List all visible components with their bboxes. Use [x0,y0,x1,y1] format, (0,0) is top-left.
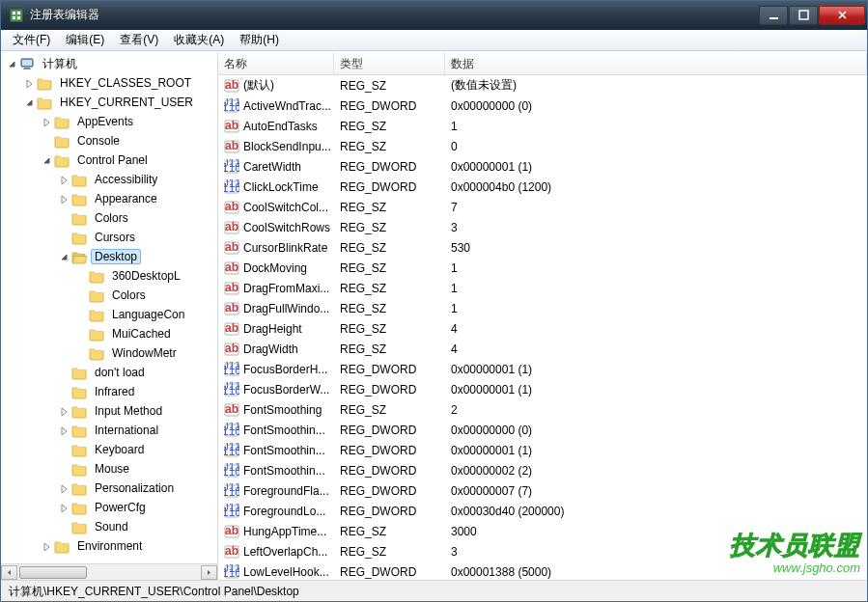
value-row[interactable]: HungAppTime...REG_SZ3000 [218,521,867,541]
folder-icon [71,403,87,419]
menu-item[interactable]: 编辑(E) [58,30,112,50]
value-row[interactable]: (默认)REG_SZ(数值未设置) [218,75,867,96]
value-row[interactable]: CoolSwitchCol...REG_SZ7 [218,197,867,217]
tree-node[interactable]: Cursors [1,228,217,247]
collapse-icon[interactable] [22,96,36,109]
value-row[interactable]: LowLevelHook...REG_DWORD0x00001388 (5000… [218,561,867,580]
scroll-right-button[interactable] [201,565,217,580]
scroll-track[interactable] [17,565,201,580]
value-row[interactable]: CursorBlinkRateREG_SZ530 [218,237,867,258]
expand-icon[interactable] [22,76,36,90]
tree-node-label: 360DesktopL [108,269,184,283]
value-row[interactable]: ForegroundLo...REG_DWORD0x00030d40 (2000… [218,501,867,521]
column-header-data[interactable]: 数据 [445,52,867,74]
value-row[interactable]: CaretWidthREG_DWORD0x00000001 (1) [218,156,867,177]
value-row[interactable]: DragWidthREG_SZ4 [218,339,867,359]
tree-node[interactable]: Colors [1,208,217,228]
tree-node[interactable]: Mouse [1,459,217,479]
value-row[interactable]: ClickLockTimeREG_DWORD0x000004b0 (1200) [218,177,867,197]
value-row[interactable]: FocusBorderH...REG_DWORD0x00000001 (1) [218,359,867,379]
tree-node[interactable]: Keyboard [1,440,217,459]
value-row[interactable]: FontSmoothin...REG_DWORD0x00000002 (2) [218,460,867,480]
expand-icon[interactable] [57,366,70,379]
menu-item[interactable]: 收藏夹(A) [166,30,232,50]
expand-icon[interactable] [57,443,70,456]
value-row[interactable]: FontSmoothin...REG_DWORD0x00000000 (0) [218,420,867,440]
expand-icon[interactable] [57,462,70,476]
tree-node[interactable]: Control Panel [1,150,217,170]
tree-node[interactable]: Console [1,131,217,150]
tree-node[interactable]: Appearance [1,189,217,208]
tree-node[interactable]: Environment [1,536,217,556]
menu-item[interactable]: 查看(V) [112,30,166,50]
expand-icon[interactable] [57,501,70,514]
tree-node[interactable]: Infrared [1,382,217,401]
maximize-button[interactable] [789,6,818,25]
expand-icon[interactable] [57,520,70,534]
tree-horizontal-scrollbar[interactable] [1,563,217,580]
tree-node[interactable]: 计算机 [1,54,217,73]
value-row[interactable]: DragFromMaxi...REG_SZ1 [218,278,867,298]
expand-icon[interactable] [40,115,53,128]
tree-node[interactable]: HKEY_CURRENT_USER [1,93,217,112]
expand-icon[interactable] [74,288,88,302]
list-body[interactable]: (默认)REG_SZ(数值未设置)ActiveWndTrac...REG_DWO… [218,75,867,580]
value-row[interactable]: FocusBorderW...REG_DWORD0x00000001 (1) [218,379,867,399]
value-row[interactable]: ActiveWndTrac...REG_DWORD0x00000000 (0) [218,96,867,116]
tree-node[interactable]: 360DesktopL [1,266,217,286]
tree-node[interactable]: Input Method [1,401,217,421]
expand-icon[interactable] [57,211,70,225]
expand-icon[interactable] [57,231,70,244]
minimize-button[interactable] [759,6,788,25]
titlebar[interactable]: 注册表编辑器 [1,1,867,30]
column-header-name[interactable]: 名称 [218,52,334,74]
tree-node[interactable]: AppEvents [1,112,217,131]
tree-node[interactable]: Personalization [1,479,217,498]
expand-icon[interactable] [74,269,88,283]
tree-node[interactable]: WindowMetr [1,343,217,363]
close-button[interactable] [819,6,865,25]
value-row[interactable]: BlockSendInpu...REG_SZ0 [218,136,867,156]
value-row[interactable]: DragFullWindo...REG_SZ1 [218,298,867,318]
collapse-icon[interactable] [57,250,70,263]
expand-icon[interactable] [40,134,53,148]
value-row[interactable]: ForegroundFla...REG_DWORD0x00000007 (7) [218,480,867,501]
tree-node[interactable]: Desktop [1,247,217,266]
expand-icon[interactable] [74,308,88,321]
tree-node[interactable]: Sound [1,517,217,536]
value-row[interactable]: DockMovingREG_SZ1 [218,258,867,278]
scroll-thumb[interactable] [19,566,87,579]
value-row[interactable]: AutoEndTasksREG_SZ1 [218,116,867,136]
menu-item[interactable]: 帮助(H) [232,30,287,50]
expand-icon[interactable] [57,404,70,418]
expand-icon[interactable] [57,192,70,205]
tree-node[interactable]: don't load [1,363,217,382]
expand-icon[interactable] [57,424,70,437]
menu-item[interactable]: 文件(F) [5,30,58,50]
value-data-cell: 0x00000002 (2) [445,464,867,478]
scroll-left-button[interactable] [1,565,17,580]
expand-icon[interactable] [57,385,70,398]
tree-node[interactable]: International [1,421,217,440]
tree-panel[interactable]: 计算机HKEY_CLASSES_ROOTHKEY_CURRENT_USERApp… [1,52,218,580]
tree-node[interactable]: MuiCached [1,324,217,343]
tree-node[interactable]: Colors [1,286,217,305]
tree-node[interactable]: HKEY_CLASSES_ROOT [1,73,217,93]
expand-icon[interactable] [57,173,70,186]
value-row[interactable]: DragHeightREG_SZ4 [218,318,867,339]
tree-node[interactable]: PowerCfg [1,498,217,517]
value-row[interactable]: LeftOverlapCh...REG_SZ3 [218,541,867,561]
expand-icon[interactable] [74,327,88,341]
expand-icon[interactable] [74,346,88,360]
tree-node[interactable]: LanguageCon [1,305,217,324]
value-row[interactable]: CoolSwitchRowsREG_SZ3 [218,217,867,237]
expand-icon[interactable] [40,539,53,553]
value-row[interactable]: FontSmoothingREG_SZ2 [218,399,867,420]
value-row[interactable]: FontSmoothin...REG_DWORD0x00000001 (1) [218,440,867,460]
column-header-type[interactable]: 类型 [334,52,445,74]
collapse-icon[interactable] [40,153,53,167]
expand-icon[interactable] [57,481,70,495]
collapse-icon[interactable] [5,57,18,70]
tree-node[interactable]: Accessibility [1,170,217,189]
string-value-icon [224,78,239,94]
